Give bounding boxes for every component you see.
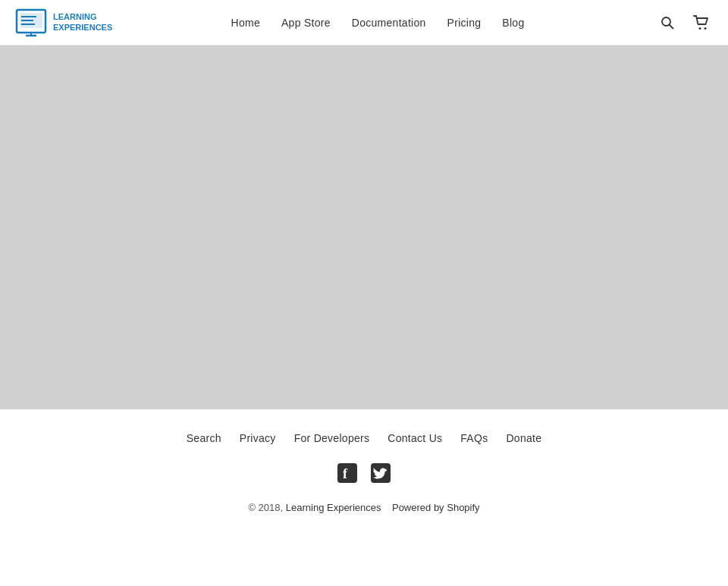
footer-link-privacy[interactable]: Privacy — [240, 432, 276, 444]
footer-nav: Search Privacy For Developers Contact Us… — [15, 432, 713, 444]
site-header: LEARNINGEXPERIENCES Home App Store Docum… — [0, 0, 728, 45]
svg-point-9 — [698, 27, 701, 30]
nav-home[interactable]: Home — [231, 17, 260, 29]
nav-pricing[interactable]: Pricing — [447, 17, 482, 29]
nav-app-store[interactable]: App Store — [281, 17, 331, 29]
footer-link-developers[interactable]: For Developers — [294, 432, 370, 444]
footer-link-contact[interactable]: Contact Us — [388, 432, 442, 444]
copyright: © 2018, Learning Experiences Powered by … — [15, 502, 713, 513]
cart-icon — [693, 15, 710, 30]
site-footer: Search Privacy For Developers Contact Us… — [0, 409, 728, 528]
twitter-link[interactable] — [370, 462, 391, 484]
copyright-year: © 2018, — [248, 502, 283, 513]
footer-link-donate[interactable]: Donate — [506, 432, 541, 444]
svg-point-10 — [704, 27, 706, 30]
svg-text:f: f — [343, 466, 348, 481]
svg-line-8 — [669, 24, 673, 28]
main-content-area — [0, 45, 728, 409]
social-icons: f — [15, 462, 713, 484]
logo-icon — [15, 8, 47, 37]
twitter-icon — [370, 462, 391, 484]
facebook-icon: f — [337, 462, 358, 484]
logo-text: LEARNINGEXPERIENCES — [53, 12, 99, 32]
svg-rect-11 — [337, 463, 357, 483]
header-icons — [657, 12, 713, 33]
logo-area[interactable]: LEARNINGEXPERIENCES — [15, 8, 99, 37]
footer-link-faqs[interactable]: FAQs — [460, 432, 488, 444]
nav-blog[interactable]: Blog — [502, 17, 524, 29]
main-nav: Home App Store Documentation Pricing Blo… — [231, 17, 525, 29]
powered-by-link[interactable]: Powered by Shopify — [392, 502, 480, 513]
copyright-brand-link[interactable]: Learning Experiences — [286, 502, 381, 513]
nav-documentation[interactable]: Documentation — [352, 17, 426, 29]
search-button[interactable] — [657, 12, 678, 33]
cart-button[interactable] — [690, 12, 713, 33]
facebook-link[interactable]: f — [337, 462, 358, 484]
footer-link-search[interactable]: Search — [187, 432, 221, 444]
search-icon — [660, 15, 675, 30]
